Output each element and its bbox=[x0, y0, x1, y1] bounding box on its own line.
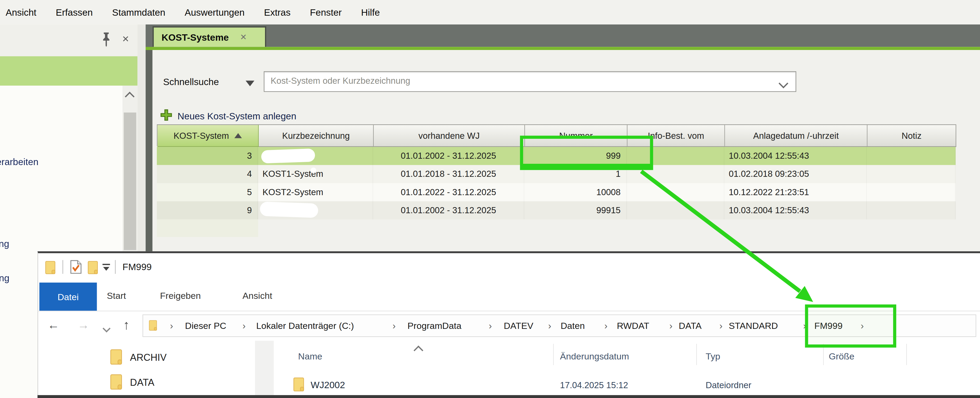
tree-item-data[interactable]: DATA bbox=[130, 377, 154, 388]
quick-search-dropdown-icon[interactable] bbox=[246, 81, 255, 86]
cell-notiz bbox=[867, 183, 956, 201]
cell-kurzbezeichnung: KOST1-System bbox=[258, 165, 373, 183]
left-panel-header-strip bbox=[0, 56, 137, 86]
address-folder-icon bbox=[149, 320, 158, 334]
back-icon[interactable]: ← bbox=[48, 318, 60, 332]
column-label: Info-Best. vom bbox=[648, 131, 704, 141]
tab-accent-line bbox=[145, 46, 980, 50]
list-column-groesse[interactable]: Größe bbox=[829, 351, 854, 361]
recent-locations-icon[interactable] bbox=[103, 323, 109, 334]
content-left-border bbox=[145, 24, 152, 252]
menu-item-auswertungen[interactable]: Auswertungen bbox=[185, 7, 245, 18]
cell-vorhandene-wj: 01.01.2018 - 31.12.2025 bbox=[373, 165, 524, 183]
menu-item-hilfe[interactable]: Hilfe bbox=[361, 7, 380, 18]
annotation-box-fm999 bbox=[805, 304, 896, 347]
sorted-column-tint bbox=[157, 219, 258, 237]
menu-bar: Ansicht Erfassen Stammdaten Auswertungen… bbox=[0, 0, 980, 24]
new-folder-icon[interactable] bbox=[88, 261, 99, 277]
breadcrumb-programdata[interactable]: ProgramData bbox=[407, 320, 461, 331]
ribbon-tab-start[interactable]: Start bbox=[107, 291, 126, 301]
cell-nummer: 10008 bbox=[524, 183, 627, 201]
pin-icon[interactable] bbox=[101, 32, 111, 47]
column-label: KOST-System bbox=[173, 131, 229, 141]
document-tab-strip bbox=[145, 24, 980, 46]
redaction-blob bbox=[261, 148, 315, 163]
breadcrumb-laufwerk-c[interactable]: Lokaler Datenträger (C:) bbox=[256, 320, 354, 331]
menu-item-stammdaten[interactable]: Stammdaten bbox=[112, 7, 165, 18]
cell-anlagedatum: 10.03.2004 12:55:43 bbox=[724, 146, 867, 165]
menu-item-ansicht[interactable]: Ansicht bbox=[6, 7, 37, 18]
column-label: Anlagedatum /-uhrzeit bbox=[753, 131, 838, 141]
menu-item-erfassen[interactable]: Erfassen bbox=[56, 7, 93, 18]
panel-link-partial-1[interactable]: ng bbox=[0, 238, 9, 249]
properties-check-icon[interactable] bbox=[70, 259, 82, 277]
list-column-datum[interactable]: Änderungsdatum bbox=[560, 351, 629, 361]
list-column-name[interactable]: Name bbox=[298, 351, 322, 361]
window-title: FM999 bbox=[123, 261, 152, 272]
file-row-type: Dateiordner bbox=[706, 380, 751, 390]
cell-info-best bbox=[627, 201, 724, 219]
breadcrumb-dieser-pc[interactable]: Dieser PC bbox=[185, 320, 226, 331]
column-header-kurzbezeichnung[interactable]: Kurzbezeichnung bbox=[259, 125, 374, 147]
tab-kost-systeme[interactable]: KOST-Systeme ✕ bbox=[152, 26, 266, 46]
breadcrumb-daten[interactable]: Daten bbox=[560, 320, 585, 331]
column-divider[interactable] bbox=[553, 344, 554, 365]
cell-kost-system: 9 bbox=[157, 201, 258, 219]
breadcrumb-chevron-icon: › bbox=[548, 320, 551, 331]
tree-scrollbar[interactable] bbox=[255, 341, 274, 395]
breadcrumb-chevron-icon: › bbox=[489, 320, 492, 331]
tab-close-icon[interactable]: ✕ bbox=[240, 32, 247, 42]
cell-vorhandene-wj: 01.01.2002 - 31.12.2025 bbox=[373, 146, 524, 165]
breadcrumb-rwdat[interactable]: RWDAT bbox=[617, 320, 649, 331]
screenshot-root: Ansicht Erfassen Stammdaten Auswertungen… bbox=[0, 0, 980, 398]
cell-nummer: 99915 bbox=[524, 201, 627, 219]
column-header-anlagedatum[interactable]: Anlagedatum /-uhrzeit bbox=[725, 125, 867, 147]
list-column-typ[interactable]: Typ bbox=[706, 351, 720, 361]
table-row[interactable]: 5 KOST2-System 01.01.2022 - 31.12.2025 1… bbox=[157, 183, 956, 201]
redaction-blob bbox=[311, 167, 316, 173]
column-label: Kurzbezeichnung bbox=[282, 131, 350, 141]
ribbon-tab-label: Datei bbox=[57, 292, 79, 302]
ribbon-tab-ansicht[interactable]: Ansicht bbox=[242, 291, 272, 301]
breadcrumb-data[interactable]: DATA bbox=[679, 320, 702, 331]
file-row-name[interactable]: WJ2002 bbox=[311, 379, 345, 390]
cell-kost-system: 3 bbox=[157, 146, 258, 165]
ribbon-tab-freigeben[interactable]: Freigeben bbox=[160, 291, 201, 301]
folder-icon bbox=[110, 349, 124, 368]
column-header-notiz[interactable]: Notiz bbox=[867, 125, 956, 147]
close-icon[interactable]: ✕ bbox=[121, 34, 131, 44]
menu-item-extras[interactable]: Extras bbox=[264, 7, 291, 18]
breadcrumb-chevron-icon: › bbox=[719, 320, 722, 331]
file-row-date: 17.04.2025 15:12 bbox=[560, 380, 628, 390]
up-icon[interactable]: ↑ bbox=[123, 318, 130, 333]
panel-link-partial-2[interactable]: ung bbox=[0, 272, 9, 283]
cell-notiz bbox=[867, 201, 956, 219]
plus-icon bbox=[160, 109, 172, 121]
forward-icon[interactable]: → bbox=[78, 318, 89, 332]
quick-access-customize-icon[interactable] bbox=[102, 263, 111, 274]
window-folder-icon bbox=[45, 261, 57, 277]
cell-anlagedatum: 10.12.2022 21:23:51 bbox=[724, 183, 867, 201]
column-divider[interactable] bbox=[696, 344, 697, 365]
toolbar-separator bbox=[115, 260, 116, 274]
annotation-box-nummer-999 bbox=[520, 135, 653, 170]
ribbon-tab-datei[interactable]: Datei bbox=[39, 283, 97, 311]
left-panel-scrollbar-thumb[interactable] bbox=[124, 113, 136, 250]
panel-link-bearbeiten[interactable]: erarbeiten bbox=[0, 156, 38, 167]
search-placeholder: Kost-System oder Kurzbezeichnung bbox=[270, 76, 410, 86]
column-header-kost-system[interactable]: KOST-System bbox=[158, 125, 259, 147]
breadcrumb-standard[interactable]: STANDARD bbox=[729, 320, 778, 331]
new-kost-system-link[interactable]: Neues Kost-System anlegen bbox=[178, 111, 296, 121]
scroll-up-icon[interactable] bbox=[125, 92, 135, 102]
tree-item-archiv[interactable]: ARCHIV bbox=[130, 352, 167, 363]
column-divider[interactable] bbox=[906, 344, 907, 365]
breadcrumb-chevron-icon: › bbox=[605, 320, 608, 331]
folder-icon bbox=[293, 377, 305, 395]
breadcrumb-datev[interactable]: DATEV bbox=[504, 320, 533, 331]
combobox-chevron-icon[interactable] bbox=[780, 78, 787, 89]
column-header-vorhandene-wj[interactable]: vorhandene WJ bbox=[374, 125, 525, 147]
column-label: Notiz bbox=[902, 131, 921, 141]
menu-item-fenster[interactable]: Fenster bbox=[310, 7, 342, 18]
cell-anlagedatum: 01.02.2018 09:23:05 bbox=[724, 165, 867, 183]
cell-vorhandene-wj: 01.01.2022 - 31.12.2025 bbox=[373, 183, 524, 201]
